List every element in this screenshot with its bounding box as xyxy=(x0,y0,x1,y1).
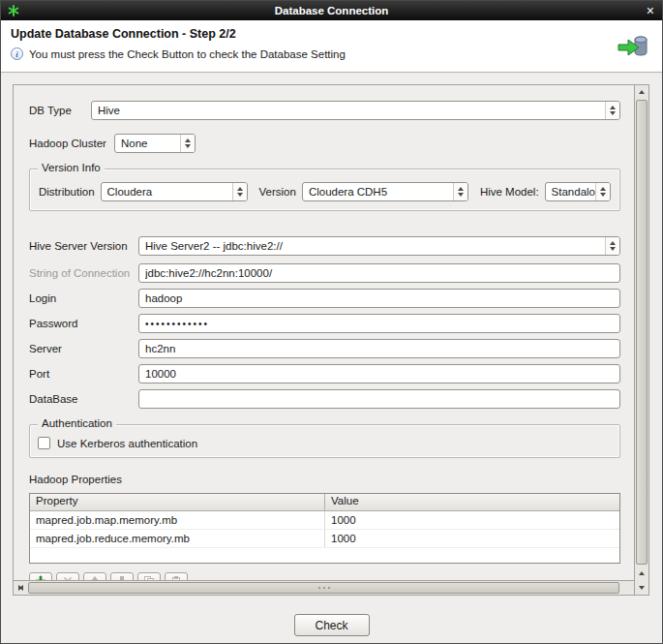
distribution-combobox[interactable]: Cloudera xyxy=(101,182,248,201)
login-input[interactable] xyxy=(138,289,620,308)
combo-spinner-icon[interactable] xyxy=(180,135,195,152)
vertical-scrollbar[interactable] xyxy=(634,85,648,595)
check-button[interactable]: Check xyxy=(294,614,370,636)
vertical-scroll-thumb[interactable] xyxy=(636,100,648,565)
table-row[interactable]: mapred.job.reduce.memory.mb 1000 xyxy=(30,530,619,548)
hive-server-version-combobox[interactable]: Hive Server2 -- jdbc:hive2:// xyxy=(138,236,620,256)
dialog-body: DB Type Hive Hadoop Cluster None xyxy=(1,73,662,643)
table-row[interactable]: mapred.job.map.memory.mb 1000 xyxy=(30,511,619,530)
database-row: DataBase xyxy=(29,389,620,409)
database-connection-dialog: Database Connection × Update Database Co… xyxy=(0,0,663,644)
table-header: Property Value xyxy=(30,494,619,511)
scroll-up-arrow[interactable] xyxy=(635,85,648,99)
login-label: Login xyxy=(29,292,138,304)
info-message: You must press the Check Button to check… xyxy=(29,48,346,60)
port-input[interactable] xyxy=(138,364,620,383)
title-bar[interactable]: Database Connection × xyxy=(1,1,662,20)
hadoop-cluster-row: Hadoop Cluster None xyxy=(29,134,620,153)
hadoop-properties-label: Hadoop Properties xyxy=(29,474,620,485)
scroll-down-arrow[interactable] xyxy=(635,581,648,595)
horizontal-scrollbar[interactable] xyxy=(14,580,634,595)
version-info-row: Distribution Cloudera Version Cloudera C… xyxy=(39,182,611,201)
database-input[interactable] xyxy=(138,389,620,409)
table-empty-area xyxy=(30,548,619,563)
db-type-combobox[interactable]: Hive xyxy=(91,101,620,120)
authentication-group: Authentication Use Kerberos authenticati… xyxy=(29,424,620,458)
close-icon[interactable]: × xyxy=(647,2,654,19)
password-label: Password xyxy=(29,318,138,329)
authentication-group-title: Authentication xyxy=(38,417,116,429)
combo-spinner-icon[interactable] xyxy=(595,183,610,200)
version-combobox[interactable]: Cloudera CDH5 xyxy=(302,182,468,201)
database-label: DataBase xyxy=(29,393,138,405)
wizard-header: Update Database Connection - Step 2/2 i … xyxy=(1,20,662,73)
server-input[interactable] xyxy=(138,339,620,358)
port-row: Port xyxy=(29,364,620,383)
server-label: Server xyxy=(29,343,138,354)
password-row: Password xyxy=(29,314,620,333)
db-type-row: DB Type Hive xyxy=(29,101,620,120)
database-import-icon xyxy=(616,32,650,64)
column-header-property[interactable]: Property xyxy=(30,494,325,510)
form-panel: DB Type Hive Hadoop Cluster None xyxy=(14,85,634,595)
combo-spinner-icon[interactable] xyxy=(605,237,619,255)
hive-server-version-row: Hive Server Version Hive Server2 -- jdbc… xyxy=(29,236,620,256)
port-label: Port xyxy=(29,368,138,380)
hive-model-combobox[interactable]: Standalone xyxy=(545,182,611,201)
connection-string-label: String of Connection xyxy=(29,267,138,279)
version-label: Version xyxy=(259,186,296,198)
info-message-row: i You must press the Check Button to che… xyxy=(11,47,652,60)
hive-model-label: Hive Model: xyxy=(480,186,539,198)
info-icon: i xyxy=(11,47,23,60)
column-header-value[interactable]: Value xyxy=(325,494,619,510)
wizard-step-title: Update Database Connection - Step 2/2 xyxy=(11,27,652,41)
server-row: Server xyxy=(29,339,620,358)
kerberos-row: Use Kerberos authentication xyxy=(38,437,612,449)
window-title: Database Connection xyxy=(1,5,662,16)
combo-spinner-icon[interactable] xyxy=(453,183,467,200)
db-type-label: DB Type xyxy=(29,105,91,116)
password-input[interactable] xyxy=(138,314,620,333)
kerberos-label: Use Kerberos authentication xyxy=(57,438,197,449)
version-info-group: Version Info Distribution Cloudera Versi… xyxy=(29,169,620,211)
hadoop-properties-table: Property Value mapred.job.map.memory.mb … xyxy=(29,493,620,564)
combo-spinner-icon[interactable] xyxy=(605,102,619,119)
combo-spinner-icon[interactable] xyxy=(232,183,247,200)
connection-string-input[interactable] xyxy=(138,263,620,283)
hadoop-cluster-label: Hadoop Cluster xyxy=(29,138,114,149)
scroll-right-arrow[interactable] xyxy=(14,581,27,595)
scroll-up-arrow-bottom[interactable] xyxy=(635,567,648,580)
hadoop-cluster-combobox[interactable]: None xyxy=(114,134,196,153)
form-scrollpane: DB Type Hive Hadoop Cluster None xyxy=(13,84,649,596)
connection-string-row: String of Connection xyxy=(29,263,620,283)
horizontal-scroll-thumb[interactable] xyxy=(28,582,619,594)
kerberos-checkbox[interactable] xyxy=(38,437,50,449)
login-row: Login xyxy=(29,289,620,308)
distribution-label: Distribution xyxy=(39,186,95,198)
version-info-group-title: Version Info xyxy=(38,162,105,173)
hive-server-version-label: Hive Server Version xyxy=(29,240,138,252)
